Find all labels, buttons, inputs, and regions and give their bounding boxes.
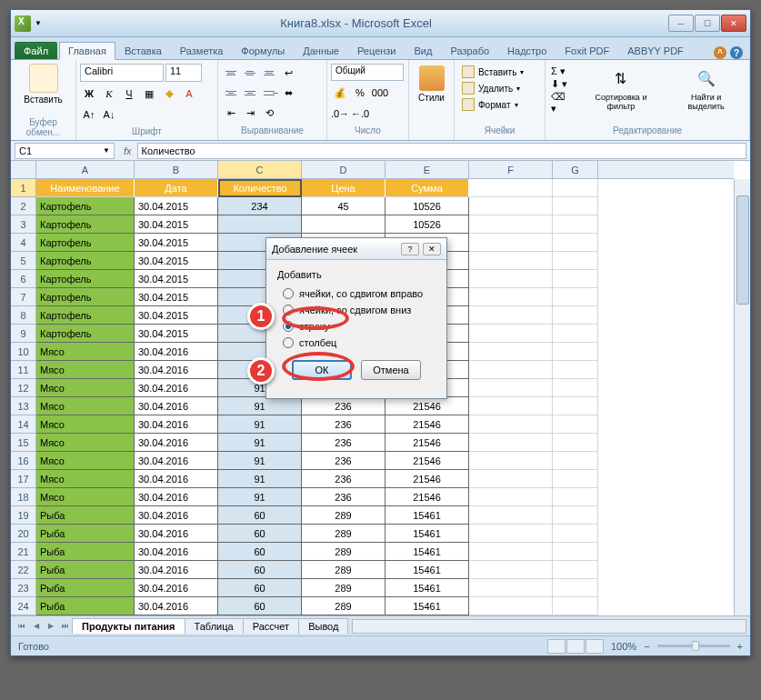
row-header-10[interactable]: 10: [11, 343, 35, 361]
fill-color-button[interactable]: 🟆: [160, 85, 178, 103]
align-center-button[interactable]: [241, 84, 259, 102]
cell-B23[interactable]: 30.04.2016: [135, 579, 218, 597]
ribbon-tab-7[interactable]: Разрабо: [441, 42, 498, 59]
cancel-button[interactable]: Отмена: [361, 360, 421, 380]
font-name-select[interactable]: Calibri: [80, 64, 164, 82]
column-header-F[interactable]: F: [469, 161, 553, 178]
cell-D19[interactable]: 289: [302, 506, 386, 525]
cell-G10[interactable]: [553, 343, 598, 361]
cell-G15[interactable]: [553, 434, 598, 452]
cell-B24[interactable]: 30.04.2016: [135, 597, 218, 615]
cell-F12[interactable]: [469, 379, 553, 397]
cell-A22[interactable]: Рыба: [36, 561, 135, 579]
cell-E13[interactable]: 21546: [386, 397, 469, 415]
align-left-button[interactable]: [222, 84, 240, 102]
sort-filter-button[interactable]: ⇅ Сортировка и фильтр: [576, 64, 667, 125]
cell-B16[interactable]: 30.04.2016: [135, 452, 218, 470]
cell-A9[interactable]: Картофель: [36, 325, 135, 343]
cell-B9[interactable]: 30.04.2015: [135, 325, 218, 343]
column-header-B[interactable]: B: [135, 161, 218, 178]
align-bottom-button[interactable]: [260, 64, 278, 82]
find-select-button[interactable]: 🔍 Найти и выделить: [666, 64, 746, 125]
sheet-tab-1[interactable]: Таблица: [185, 618, 244, 634]
cell-A8[interactable]: Картофель: [36, 306, 135, 325]
autosum-button[interactable]: Σ ▾: [551, 65, 574, 77]
cell-F10[interactable]: [469, 343, 553, 361]
cell-F1[interactable]: [469, 179, 553, 197]
zoom-thumb[interactable]: [692, 641, 699, 651]
dialog-title-bar[interactable]: Добавление ячеек ? ✕: [266, 238, 446, 260]
ribbon-tab-2[interactable]: Разметка: [171, 42, 233, 59]
cell-A19[interactable]: Рыба: [36, 506, 135, 525]
cell-E24[interactable]: 15461: [386, 597, 469, 615]
font-size-select[interactable]: 11: [165, 64, 202, 82]
row-header-13[interactable]: 13: [11, 397, 35, 415]
zoom-level[interactable]: 100%: [611, 641, 636, 652]
cell-G12[interactable]: [553, 379, 598, 397]
cell-E14[interactable]: 21546: [386, 415, 469, 434]
cell-D18[interactable]: 236: [302, 488, 386, 506]
increase-decimal-button[interactable]: .0→: [331, 105, 349, 123]
font-color-button[interactable]: A: [180, 85, 198, 103]
row-header-4[interactable]: 4: [11, 234, 35, 252]
sheet-tab-3[interactable]: Вывод: [298, 618, 348, 634]
decrease-indent-button[interactable]: ⇤: [222, 104, 240, 122]
name-box[interactable]: C1▼: [15, 143, 115, 159]
decrease-decimal-button[interactable]: ←.0: [351, 105, 369, 123]
cell-G6[interactable]: [553, 270, 598, 288]
row-header-11[interactable]: 11: [11, 361, 35, 379]
minimize-button[interactable]: ─: [668, 15, 694, 32]
zoom-out-button[interactable]: −: [644, 641, 649, 652]
ok-button[interactable]: ОК: [292, 360, 352, 380]
radio-option-1[interactable]: ячейки, со сдвигом вниз: [277, 302, 436, 318]
row-header-15[interactable]: 15: [11, 434, 35, 452]
normal-view-button[interactable]: [547, 639, 566, 654]
horizontal-scrollbar[interactable]: [352, 619, 746, 634]
cell-F13[interactable]: [469, 397, 553, 415]
scroll-thumb[interactable]: [736, 195, 749, 305]
ribbon-tab-1[interactable]: Вставка: [115, 42, 171, 59]
cell-A23[interactable]: Рыба: [36, 579, 135, 597]
cell-A24[interactable]: Рыба: [36, 597, 135, 615]
cell-C24[interactable]: 60: [218, 597, 302, 615]
ribbon-tab-3[interactable]: Формулы: [232, 42, 294, 59]
column-header-A[interactable]: A: [36, 161, 135, 178]
row-header-20[interactable]: 20: [11, 525, 35, 543]
qat-dropdown-icon[interactable]: ▼: [33, 15, 44, 32]
cell-B18[interactable]: 30.04.2016: [135, 488, 218, 506]
cell-B5[interactable]: 30.04.2015: [135, 252, 218, 270]
cell-C23[interactable]: 60: [218, 579, 302, 597]
cell-B11[interactable]: 30.04.2016: [135, 361, 218, 379]
cell-B20[interactable]: 30.04.2016: [135, 525, 218, 543]
cell-F21[interactable]: [469, 543, 553, 561]
cell-G18[interactable]: [553, 488, 598, 506]
merge-button[interactable]: ⬌: [279, 84, 297, 102]
file-tab[interactable]: Файл: [15, 42, 57, 59]
number-format-select[interactable]: Общий: [331, 64, 404, 81]
cell-C15[interactable]: 91: [218, 434, 302, 452]
cell-A3[interactable]: Картофель: [36, 215, 135, 234]
cell-G14[interactable]: [553, 415, 598, 434]
cell-B14[interactable]: 30.04.2016: [135, 415, 218, 434]
cell-E1[interactable]: Сумма: [386, 179, 469, 197]
sheet-nav-first[interactable]: ⏮: [15, 619, 29, 634]
cell-A11[interactable]: Мясо: [36, 361, 135, 379]
row-header-22[interactable]: 22: [11, 561, 35, 579]
radio-option-2[interactable]: строку: [277, 318, 436, 335]
paste-button[interactable]: Вставить: [15, 62, 72, 106]
row-header-12[interactable]: 12: [11, 379, 35, 397]
shrink-font-button[interactable]: A↓: [100, 105, 118, 124]
cell-G3[interactable]: [553, 215, 598, 234]
cell-F3[interactable]: [469, 215, 553, 234]
delete-cells-button[interactable]: Удалить▾: [458, 80, 541, 96]
column-header-C[interactable]: C: [218, 161, 302, 178]
cell-C13[interactable]: 91: [218, 397, 302, 415]
currency-button[interactable]: 💰: [331, 84, 349, 102]
fill-button[interactable]: ⬇ ▾: [551, 78, 574, 90]
cell-E22[interactable]: 15461: [386, 561, 469, 579]
cell-C21[interactable]: 60: [218, 543, 302, 561]
row-header-24[interactable]: 24: [11, 597, 35, 615]
cell-A4[interactable]: Картофель: [36, 234, 135, 252]
row-header-5[interactable]: 5: [11, 252, 35, 270]
dialog-help-button[interactable]: ?: [401, 243, 419, 255]
